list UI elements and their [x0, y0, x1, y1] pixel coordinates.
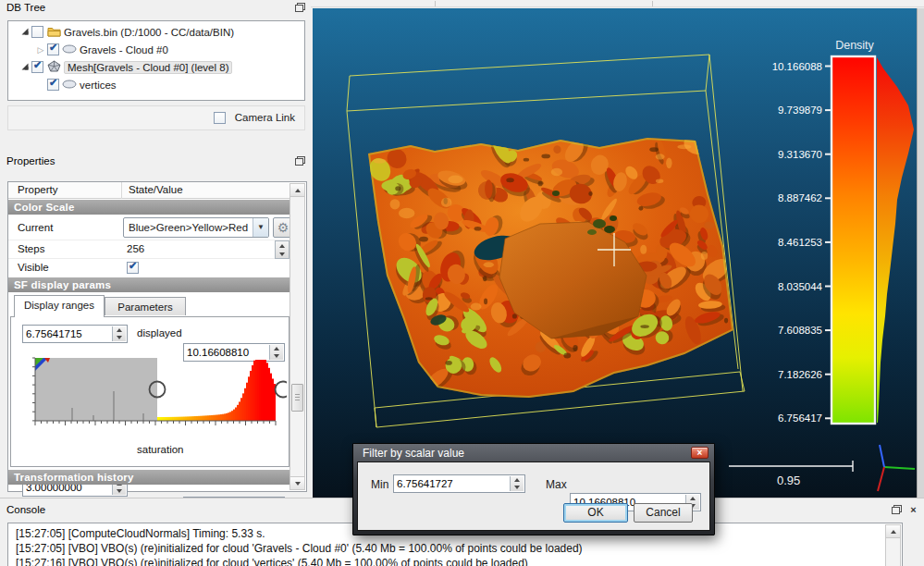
- tree-item-checkbox[interactable]: [47, 43, 59, 55]
- table-header: Property State/Value: [8, 182, 290, 199]
- steps-value: 256: [127, 243, 144, 254]
- tree-item-checkbox[interactable]: [31, 26, 43, 38]
- point-cloud-icon: [59, 80, 80, 91]
- scroll-up-arrow[interactable]: [290, 184, 304, 197]
- tree-item-label[interactable]: vertices: [80, 80, 117, 91]
- display-ranges-page: displayed saturation: [10, 316, 290, 467]
- color-scale-combobox[interactable]: Blue>Green>Yellow>Red ▼: [123, 217, 269, 238]
- float-panel-icon[interactable]: [295, 156, 305, 166]
- chevron-down-icon[interactable]: ▼: [253, 218, 268, 237]
- display-max-handle[interactable]: [276, 382, 288, 398]
- close-icon[interactable]: ×: [908, 505, 918, 514]
- dialog-title: Filter by scalar value: [363, 447, 464, 460]
- toolbar-separator: [435, 1, 436, 6]
- svg-text:10.166088: 10.166088: [772, 61, 822, 72]
- tree-item-gravels-cloud[interactable]: ▷ Gravels - Cloud #0: [10, 41, 302, 58]
- scroll-down-arrow[interactable]: [290, 476, 304, 489]
- window-edge: [917, 8, 924, 498]
- db-tree-view[interactable]: Gravels.bin (D:/1000 - CC/data/BIN) ▷ Gr…: [7, 20, 305, 101]
- color-scale-value: Blue>Green>Yellow>Red: [129, 222, 248, 233]
- camera-link-group: Camera Link: [7, 105, 305, 130]
- float-panel-icon[interactable]: [892, 505, 902, 514]
- console-line: [15:27:05] [VBO] VBO(s) (re)initialized …: [16, 541, 902, 556]
- displayed-label: displayed: [137, 327, 182, 338]
- section-transformation-history: Transformation history: [8, 470, 290, 485]
- properties-title-label: Properties: [6, 155, 55, 166]
- cloudcompare-window: DB Tree Gravels.bin (D:/1000 - CC/data/B…: [0, 0, 924, 566]
- console-scrollbar[interactable]: [885, 524, 901, 566]
- color-ramp-bar: [832, 56, 875, 424]
- svg-text:7.608835: 7.608835: [778, 325, 822, 336]
- visible-label: Visible: [18, 262, 49, 273]
- max-label: Max: [546, 478, 567, 491]
- column-header-value: State/Value: [129, 184, 183, 195]
- row-current: Current Blue>Green>Yellow>Red ▼ ⚙: [8, 215, 290, 240]
- scale-bar-value: 0.95: [777, 474, 800, 487]
- tree-item-gravels-bin[interactable]: Gravels.bin (D:/1000 - CC/data/BIN): [10, 23, 302, 41]
- properties-title: Properties: [0, 154, 311, 169]
- float-panel-icon[interactable]: [295, 3, 305, 12]
- tab-parameters[interactable]: Parameters: [105, 297, 186, 315]
- properties-table: Property State/Value Color Scale Current…: [7, 181, 307, 492]
- properties-panel: Properties Property State/Value Color Sc…: [0, 154, 311, 498]
- svg-text:6.756417: 6.756417: [778, 412, 822, 424]
- spinner[interactable]: [510, 476, 524, 491]
- steps-spinner[interactable]: [275, 240, 290, 259]
- camera-link-checkbox[interactable]: [214, 112, 226, 124]
- point-cloud-icon: [59, 44, 80, 55]
- db-tree-panel: DB Tree Gravels.bin (D:/1000 - CC/data/B…: [0, 0, 311, 146]
- toolbar-separator: [652, 1, 653, 6]
- tree-item-checkbox[interactable]: [31, 61, 43, 73]
- tree-item-label[interactable]: Mesh[Gravels - Cloud #0] (level 8): [64, 61, 232, 74]
- close-icon: ×: [697, 448, 703, 458]
- svg-text:8.461253: 8.461253: [778, 237, 822, 248]
- expand-arrow-icon[interactable]: [18, 62, 31, 73]
- section-color-scale: Color Scale: [8, 200, 290, 215]
- console-title-label: Console: [6, 504, 45, 515]
- min-value-input[interactable]: [393, 474, 525, 493]
- saturation-label: saturation: [137, 444, 184, 455]
- dialog-close-button[interactable]: ×: [691, 447, 708, 459]
- min-label: Min: [371, 478, 388, 491]
- scrollbar-thumb[interactable]: [291, 384, 303, 412]
- tree-item-label[interactable]: Gravels - Cloud #0: [80, 44, 168, 55]
- gear-icon: ⚙: [277, 220, 290, 235]
- displayed-min-input[interactable]: [22, 325, 128, 343]
- section-sf-display: SF display params: [8, 277, 290, 292]
- cancel-button[interactable]: Cancel: [634, 503, 693, 523]
- tree-item-label[interactable]: Gravels.bin (D:/1000 - CC/data/BIN): [64, 27, 234, 38]
- dialog-body: Min Max OK Cancel: [357, 461, 710, 531]
- tree-item-vertices[interactable]: vertices: [10, 76, 302, 93]
- expand-arrow-icon[interactable]: ▷: [34, 45, 47, 55]
- svg-text:9.739879: 9.739879: [778, 105, 822, 116]
- console-line: [15:27:16] [VBO] VBO(s) (re)initialized …: [16, 556, 902, 566]
- svg-text:7.182626: 7.182626: [778, 369, 822, 380]
- 3d-viewport[interactable]: Density 10.1660889.7398799.3136708.88746…: [313, 8, 917, 498]
- folder-icon: [43, 26, 64, 39]
- mesh-icon: [43, 60, 64, 74]
- svg-text:8.887462: 8.887462: [778, 192, 822, 203]
- properties-scrollbar[interactable]: [290, 183, 305, 490]
- svg-text:9.313670: 9.313670: [778, 149, 822, 160]
- ok-button[interactable]: OK: [563, 503, 628, 523]
- tree-item-mesh[interactable]: Mesh[Gravels - Cloud #0] (level 8): [10, 58, 302, 76]
- density-title: Density: [835, 39, 874, 52]
- tab-display-ranges[interactable]: Display ranges: [14, 295, 105, 317]
- steps-label: Steps: [18, 243, 44, 254]
- db-tree-title-label: DB Tree: [6, 2, 45, 13]
- row-visible: Visible: [8, 260, 290, 277]
- spinner[interactable]: [112, 326, 126, 341]
- db-tree-title: DB Tree: [0, 0, 311, 16]
- tree-item-checkbox[interactable]: [47, 79, 59, 91]
- filter-by-scalar-dialog[interactable]: Filter by scalar value × Min Max OK Canc…: [352, 443, 715, 535]
- camera-link-label: Camera Link: [235, 112, 295, 123]
- expand-arrow-icon[interactable]: [18, 27, 31, 38]
- svg-text:8.035044: 8.035044: [778, 281, 823, 292]
- visible-checkbox[interactable]: [127, 262, 139, 274]
- scalar-field-histogram[interactable]: [17, 351, 287, 437]
- row-steps: Steps 256: [8, 240, 290, 259]
- column-header-property: Property: [18, 184, 57, 195]
- column-divider: [121, 182, 122, 199]
- scroll-up-arrow[interactable]: [886, 525, 900, 538]
- current-label: Current: [18, 222, 53, 233]
